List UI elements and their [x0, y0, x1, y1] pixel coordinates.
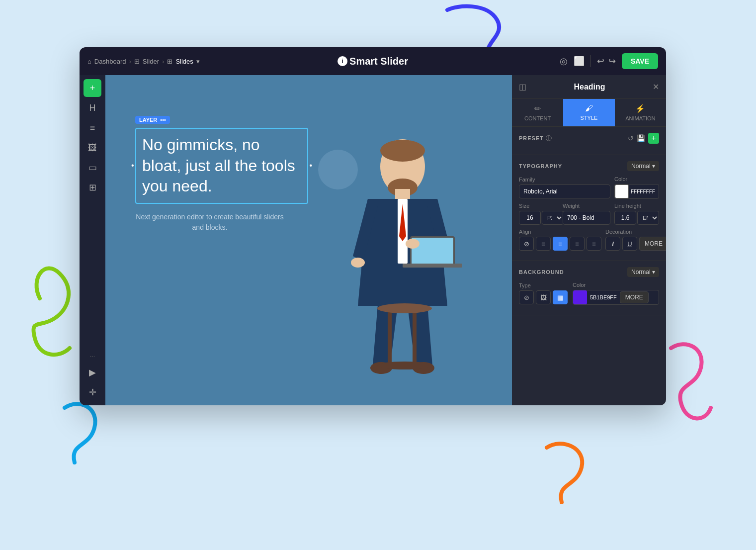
bg-color-label: Color: [573, 282, 659, 288]
right-panel: ◫ Heading ✕ ✏ CONTENT 🖌 STYLE ⚡ ANIMATIO…: [512, 75, 666, 405]
heading-text-box[interactable]: No gimmicks, no bloat, just all the tool…: [135, 128, 308, 204]
underline-button[interactable]: U: [622, 237, 637, 251]
heading-tool-button[interactable]: H: [84, 99, 101, 117]
color-swatch-white[interactable]: [615, 184, 629, 198]
monitor-icon[interactable]: ⬜: [574, 56, 585, 67]
target-icon[interactable]: ◎: [560, 56, 568, 67]
align-center-button[interactable]: ≡: [553, 237, 568, 251]
content-tab-label: CONTENT: [524, 115, 551, 121]
home-icon: ⌂: [87, 58, 91, 65]
breadcrumb: ⌂ Dashboard › ⊞ Slider › ⊞ Slides ▾: [87, 58, 200, 65]
heading-icon: H: [89, 103, 96, 113]
tab-animation[interactable]: ⚡ ANIMATION: [615, 99, 666, 126]
family-label: Family: [519, 177, 610, 183]
bg-color-button[interactable]: ▦: [553, 290, 568, 304]
line-height-input[interactable]: [614, 211, 636, 225]
typography-label: TYPOGRAPHY: [519, 163, 562, 169]
line-height-unit-select[interactable]: EM PX: [637, 211, 659, 225]
panel-tabs: ✏ CONTENT 🖌 STYLE ⚡ ANIMATION: [512, 99, 666, 127]
italic-button[interactable]: I: [605, 237, 620, 251]
table-tool-button[interactable]: ⊞: [84, 179, 101, 196]
svg-point-9: [351, 258, 365, 268]
image-tool-button[interactable]: 🖼: [84, 139, 101, 157]
sep2: ›: [162, 58, 164, 65]
svg-rect-13: [413, 306, 417, 366]
reset-preset-icon[interactable]: ↺: [628, 134, 634, 142]
sep1: ›: [129, 58, 131, 65]
align-deco-row: Align ⊘ ≡ ≡ ≡ ≡ Decoration I: [519, 229, 659, 251]
line-height-label: Line height: [614, 203, 659, 209]
topbar: ⌂ Dashboard › ⊞ Slider › ⊞ Slides ▾ i Sm…: [80, 47, 666, 75]
svg-point-16: [377, 362, 432, 369]
save-button[interactable]: SAVE: [622, 53, 658, 69]
panel-header: ◫ Heading ✕: [512, 75, 666, 99]
line-height-group: Line height EM PX: [614, 203, 659, 225]
svg-point-15: [377, 303, 432, 313]
align-group: Align ⊘ ≡ ≡ ≡ ≡: [519, 229, 601, 251]
preset-actions: ↺ 💾 +: [628, 133, 659, 144]
topbar-right: ◎ ⬜ ↩ ↪ SAVE: [560, 53, 658, 69]
box-tool-button[interactable]: ▭: [84, 159, 101, 177]
add-preset-button[interactable]: +: [648, 133, 659, 144]
canvas-area[interactable]: LAYER ••• No gimmicks, no bloat, just al…: [105, 75, 512, 405]
save-preset-icon[interactable]: 💾: [637, 134, 645, 142]
move-tool-button[interactable]: ✛: [84, 383, 101, 401]
bg-none-button[interactable]: ⊘: [519, 290, 534, 304]
align-left-button[interactable]: ≡: [536, 237, 551, 251]
align-none-button[interactable]: ⊘: [519, 237, 534, 251]
divider: [590, 55, 591, 67]
weight-select[interactable]: 700 - Bold 400 - Normal 300 - Light: [563, 211, 610, 225]
layer-label: LAYER: [139, 117, 157, 123]
line-height-input-group: EM PX: [614, 211, 659, 225]
text-block[interactable]: LAYER ••• No gimmicks, no bloat, just al…: [135, 115, 308, 233]
background-more-button[interactable]: MORE: [620, 291, 649, 303]
size-input[interactable]: [519, 211, 541, 225]
undo-button[interactable]: ↩: [597, 56, 604, 67]
bg-color-group: Color 5B1BE9FF MORE: [573, 282, 659, 305]
heading-text[interactable]: No gimmicks, no bloat, just all the tool…: [142, 135, 301, 197]
add-element-button[interactable]: +: [84, 79, 101, 97]
svg-rect-14: [388, 306, 392, 366]
decoration-buttons: I U MORE: [605, 237, 666, 251]
breadcrumb-dashboard[interactable]: Dashboard: [94, 58, 126, 65]
list-tool-button[interactable]: ≡: [84, 119, 101, 137]
tab-content[interactable]: ✏ CONTENT: [512, 99, 563, 126]
table-icon: ⊞: [89, 182, 96, 193]
background-header: BACKGROUND Normal ▾: [519, 267, 659, 277]
family-color-row: Family Color FFFFFFFF: [519, 176, 659, 199]
preset-header: PRESET ⓘ ↺ 💾 +: [519, 133, 659, 144]
align-right-button[interactable]: ≡: [570, 237, 585, 251]
bg-color-swatch[interactable]: [573, 290, 587, 304]
svg-point-1: [380, 140, 425, 162]
subtext: Next generation editor to create beautif…: [135, 212, 284, 233]
play-button[interactable]: ▶: [84, 364, 101, 381]
tab-style[interactable]: 🖌 STYLE: [563, 99, 614, 126]
sidebar-more-dots[interactable]: ···: [90, 353, 95, 360]
family-input[interactable]: [519, 184, 610, 198]
preset-label: PRESET: [519, 135, 544, 141]
typography-normal-dropdown[interactable]: Normal ▾: [627, 161, 659, 171]
color-field: FFFFFFFF: [614, 184, 659, 199]
bg-type-color-row: Type ⊘ 🖼 ▦ Color 5B1BE9FF MORE: [519, 282, 659, 305]
bg-type-group: Type ⊘ 🖼 ▦: [519, 282, 569, 304]
logo-icon: i: [337, 56, 347, 66]
breadcrumb-slider[interactable]: Slider: [143, 58, 159, 65]
align-justify-button[interactable]: ≡: [587, 237, 601, 251]
panel-close-button[interactable]: ✕: [653, 82, 659, 92]
bg-image-button[interactable]: 🖼: [536, 290, 551, 304]
animation-tab-label: ANIMATION: [625, 115, 655, 121]
typography-more-button[interactable]: MORE: [639, 237, 666, 251]
redo-button[interactable]: ↪: [608, 56, 616, 67]
dropdown-arrow: ▾: [196, 58, 200, 65]
circle-decoration: [318, 150, 358, 189]
layer-dots: •••: [160, 117, 166, 123]
weight-label: Weight: [563, 203, 610, 209]
typography-section: TYPOGRAPHY Normal ▾ Family Color FFFFFFF…: [512, 155, 666, 261]
background-normal-dropdown[interactable]: Normal ▾: [627, 267, 659, 277]
svg-rect-8: [403, 264, 462, 268]
breadcrumb-slides[interactable]: Slides: [175, 58, 193, 65]
size-unit-select[interactable]: PX EM %: [542, 211, 564, 225]
slider-icon: ⊞: [134, 58, 140, 65]
box-icon: ▭: [88, 162, 97, 173]
app-title: Smart Slider: [349, 56, 408, 67]
